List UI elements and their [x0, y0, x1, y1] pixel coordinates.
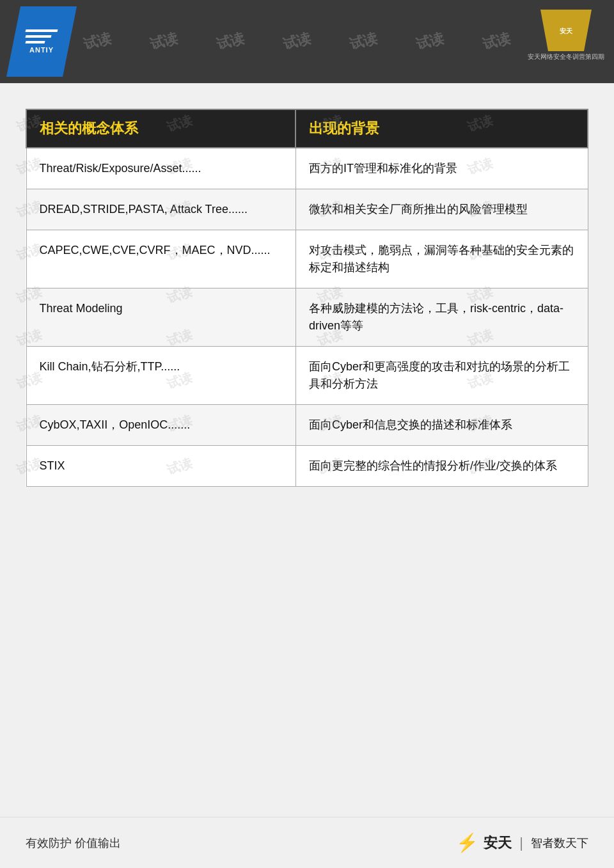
watermark-row: 试读 试读 试读 试读 试读 试读 试读 试读 [0, 32, 577, 51]
table-header-col2: 出现的背景 [295, 109, 588, 148]
header-bar: ANTIY 试读 试读 试读 试读 试读 试读 试读 试读 安天 安天网络安全冬… [0, 0, 614, 83]
wm-3: 试读 [214, 29, 246, 54]
table-cell-right-5: 面向Cyber和信息交换的描述和标准体系 [295, 405, 588, 446]
table-cell-left-2: CAPEC,CWE,CVE,CVRF，MAEC，NVD...... [26, 230, 295, 288]
logo-box: ANTIY [6, 6, 77, 77]
logo-text: ANTIY [29, 46, 54, 54]
wm-4: 试读 [281, 29, 313, 54]
footer-right: ⚡ 安天 | 智者数天下 [456, 832, 588, 853]
wm-2: 试读 [148, 29, 180, 54]
logo-line-3 [25, 41, 45, 43]
footer-divider: | [519, 835, 523, 851]
antiy-logo-top-right: 安天 [540, 10, 592, 51]
logo-line-2 [25, 35, 51, 38]
svg-text:安天: 安天 [559, 28, 573, 35]
table-row: CAPEC,CWE,CVE,CVRF，MAEC，NVD......对攻击模式，脆… [26, 230, 588, 288]
wm-1: 试读 [81, 29, 113, 54]
wm-5: 试读 [347, 29, 379, 54]
table-cell-left-0: Threat/Risk/Exposure/Asset...... [26, 148, 295, 189]
top-right-logo: 安天 安天网络安全冬训营第四期 [528, 10, 604, 61]
wm-6: 试读 [414, 29, 446, 54]
footer: 有效防护 价值输出 ⚡ 安天 | 智者数天下 [0, 817, 614, 868]
table-cell-left-5: CybOX,TAXII，OpenIOC....... [26, 405, 295, 446]
table-cell-right-1: 微软和相关安全厂商所推出的风险管理模型 [295, 189, 588, 230]
table-cell-left-1: DREAD,STRIDE,PASTA, Attack Tree...... [26, 189, 295, 230]
table-row: Kill Chain,钻石分析,TTP......面向Cyber和更高强度的攻击… [26, 347, 588, 405]
table-cell-left-3: Threat Modeling [26, 288, 295, 347]
table-header-col1: 相关的概念体系 [26, 109, 295, 148]
table-row: Threat Modeling各种威胁建模的方法论，工具，risk-centri… [26, 288, 588, 347]
table-row: Threat/Risk/Exposure/Asset......西方的IT管理和… [26, 148, 588, 189]
header-watermark: 试读 试读 试读 试读 试读 试读 试读 试读 [0, 0, 614, 83]
table-cell-right-2: 对攻击模式，脆弱点，漏洞等各种基础的安全元素的标定和描述结构 [295, 230, 588, 288]
table-row: STIX面向更完整的综合性的情报分析/作业/交换的体系 [26, 446, 588, 487]
logo-inner: ANTIY [26, 29, 58, 54]
logo-lines [26, 29, 58, 43]
main-table: 相关的概念体系 出现的背景 Threat/Risk/Exposure/Asset… [26, 109, 588, 487]
main-content: 试读 试读 试读 试读 试读 试读 试读 试读 试读 试读 试读 试读 试读 试… [0, 83, 614, 506]
antiy-subtitle: 安天网络安全冬训营第四期 [528, 52, 604, 61]
table-cell-left-6: STIX [26, 446, 295, 487]
table-cell-right-0: 西方的IT管理和标准化的背景 [295, 148, 588, 189]
table-cell-right-6: 面向更完整的综合性的情报分析/作业/交换的体系 [295, 446, 588, 487]
table-row: DREAD,STRIDE,PASTA, Attack Tree......微软和… [26, 189, 588, 230]
table-cell-right-4: 面向Cyber和更高强度的攻击和对抗的场景的分析工具和分析方法 [295, 347, 588, 405]
footer-slogan: 智者数天下 [531, 835, 588, 851]
table-cell-left-4: Kill Chain,钻石分析,TTP...... [26, 347, 295, 405]
lightning-icon: ⚡ [456, 832, 478, 853]
wm-7: 试读 [480, 29, 512, 54]
table-row: CybOX,TAXII，OpenIOC.......面向Cyber和信息交换的描… [26, 405, 588, 446]
footer-left-text: 有效防护 价值输出 [26, 835, 121, 851]
antiy-logo-icon: 安天 [553, 18, 579, 43]
logo-line-1 [25, 29, 58, 32]
table-cell-right-3: 各种威胁建模的方法论，工具，risk-centric，data-driven等等 [295, 288, 588, 347]
footer-brand: 安天 [484, 833, 512, 853]
